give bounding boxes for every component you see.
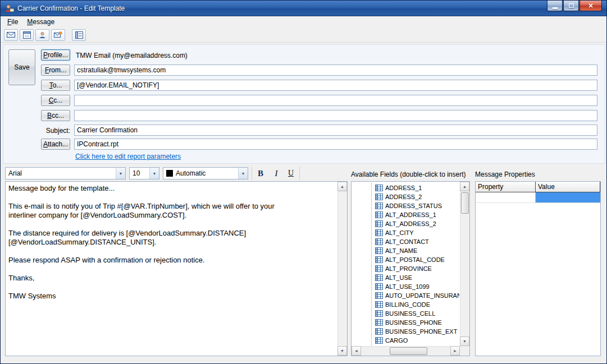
menu-bar: File Message <box>1 16 606 27</box>
horizontal-scroll-thumb[interactable] <box>390 347 428 355</box>
app-icon <box>5 4 14 13</box>
stationery-button[interactable] <box>20 29 34 41</box>
field-item[interactable]: ALT_NAME <box>375 246 459 255</box>
field-item[interactable]: ALT_ADDRESS_2 <box>375 219 459 228</box>
field-item[interactable]: CARGO <box>375 336 459 345</box>
field-item[interactable]: AUTO_UPDATE_INSURANC <box>375 291 459 300</box>
subject-field[interactable] <box>74 125 597 136</box>
field-item[interactable]: ALT_PROVINCE <box>375 264 459 273</box>
field-item[interactable]: ALT_ADDRESS_1 <box>375 210 459 219</box>
font-size-combo[interactable]: 10 ▼ <box>129 167 159 179</box>
field-item[interactable]: ADDRESS_2 <box>375 192 459 201</box>
bcc-button[interactable]: Bcc... <box>41 110 70 121</box>
field-item-label: BUSINESS_CELL <box>385 310 435 317</box>
minimize-button[interactable] <box>547 1 563 11</box>
field-item-label: BUSINESS_PHONE_EXT <box>385 328 457 335</box>
field-item-label: AUTO_UPDATE_INSURANC <box>385 292 459 299</box>
available-fields-panel: ADDRESS_1 ADDRESS_2 ADDRESS_STATUS ALT_A… <box>351 181 470 356</box>
bold-button[interactable]: B <box>253 167 268 179</box>
fields-horizontal-scrollbar[interactable]: ◄ ► <box>352 346 460 356</box>
fields-vertical-scrollbar[interactable]: ▲ ▼ <box>460 182 469 346</box>
property-column-header[interactable]: Property <box>476 182 536 192</box>
subject-label: Subject: <box>36 126 70 135</box>
field-item-label: ALT_NAME <box>385 247 417 254</box>
insert-field-icon <box>75 31 83 39</box>
field-item[interactable]: ALT_USE_1099 <box>375 282 459 291</box>
table-field-icon <box>375 185 383 191</box>
italic-button[interactable]: I <box>269 167 284 179</box>
scroll-up-icon[interactable]: ▲ <box>337 182 347 191</box>
stationery-icon <box>23 31 31 39</box>
table-field-icon <box>375 301 383 308</box>
editor-vertical-scrollbar[interactable]: ▲ ▼ <box>337 182 347 356</box>
attach-button[interactable]: Attach... <box>41 139 70 150</box>
profile-button[interactable]: Profile... <box>41 49 70 61</box>
field-item[interactable]: ALT_USE <box>375 273 459 282</box>
message-body-editor[interactable]: Message body for the template... This e-… <box>8 184 335 353</box>
property-cell[interactable] <box>476 192 536 203</box>
field-item[interactable]: BUSINESS_PHONE <box>375 318 459 327</box>
table-field-icon <box>375 328 383 335</box>
vertical-scroll-thumb[interactable] <box>461 192 469 214</box>
table-field-icon <box>375 292 383 299</box>
window-title: Carrier Confirmation - Edit Template <box>17 4 125 12</box>
scroll-down-icon[interactable]: ▼ <box>337 346 347 356</box>
value-cell-selected[interactable] <box>536 192 600 203</box>
field-item[interactable]: BUSINESS_CELL <box>375 309 459 318</box>
maximize-button[interactable] <box>563 1 579 11</box>
scroll-up-icon[interactable]: ▲ <box>460 182 469 191</box>
scroll-left-icon[interactable]: ◄ <box>352 346 361 356</box>
field-item-label: ALT_POSTAL_CODE <box>385 256 445 263</box>
mail-options-icon <box>54 31 62 38</box>
field-item[interactable]: ADDRESS_1 <box>375 183 459 192</box>
bcc-field[interactable] <box>74 110 597 121</box>
table-field-icon <box>375 265 383 272</box>
field-item[interactable]: BUSINESS_PHONE_EXT <box>375 327 459 336</box>
chevron-down-icon[interactable]: ▼ <box>149 168 159 179</box>
mail-options-button[interactable] <box>51 29 65 41</box>
from-button[interactable]: From... <box>41 64 70 76</box>
scroll-down-icon[interactable]: ▼ <box>460 337 469 346</box>
font-family-combo[interactable]: Arial ▼ <box>5 167 126 179</box>
font-family-value: Arial <box>6 169 116 177</box>
chevron-down-icon[interactable]: ▼ <box>116 168 125 179</box>
scroll-right-icon[interactable]: ► <box>450 346 460 356</box>
field-item[interactable]: ALT_CONTACT <box>375 237 459 246</box>
field-item-label: BUSINESS_PHONE <box>385 319 442 326</box>
from-field[interactable] <box>74 64 597 76</box>
close-button[interactable] <box>579 1 602 11</box>
field-item[interactable]: BILLING_CODE <box>375 300 459 309</box>
minimize-icon <box>553 7 558 9</box>
chevron-down-icon[interactable]: ▼ <box>238 168 248 179</box>
cc-field[interactable] <box>74 95 597 106</box>
table-field-icon <box>375 274 383 281</box>
field-item[interactable]: ALT_POSTAL_CODE <box>375 255 459 264</box>
format-separator <box>299 167 300 180</box>
new-mail-button[interactable] <box>4 29 18 41</box>
toolbar <box>1 27 606 43</box>
scrollbar-corner <box>460 346 469 356</box>
insert-field-button[interactable] <box>72 29 86 41</box>
cc-button[interactable]: Cc... <box>41 95 70 106</box>
to-button[interactable]: To... <box>41 80 70 91</box>
to-field[interactable] <box>74 80 597 91</box>
message-properties-title: Message Properties <box>475 171 535 178</box>
font-color-value: Automatic <box>173 169 238 177</box>
menu-file[interactable]: File <box>3 17 22 27</box>
titlebar[interactable]: Carrier Confirmation - Edit Template <box>1 1 606 16</box>
field-item[interactable]: ADDRESS_STATUS <box>375 201 459 210</box>
format-separator <box>252 167 252 180</box>
field-item-label: BILLING_CODE <box>385 301 430 308</box>
save-button[interactable]: Save <box>8 49 35 85</box>
edit-report-parameters-link[interactable]: Click here to edit report parameters <box>75 153 181 160</box>
underline-button[interactable]: U <box>284 167 298 179</box>
new-mail-icon <box>7 31 15 38</box>
field-item-label: ALT_CONTACT <box>385 238 429 245</box>
value-column-header[interactable]: Value <box>536 182 600 192</box>
property-row <box>476 192 600 203</box>
font-color-combo[interactable]: Automatic ▼ <box>163 167 248 179</box>
menu-message[interactable]: Message <box>22 17 59 27</box>
field-item[interactable]: ALT_CITY <box>375 228 459 237</box>
contacts-button[interactable] <box>35 29 49 41</box>
attach-field[interactable] <box>74 139 597 150</box>
